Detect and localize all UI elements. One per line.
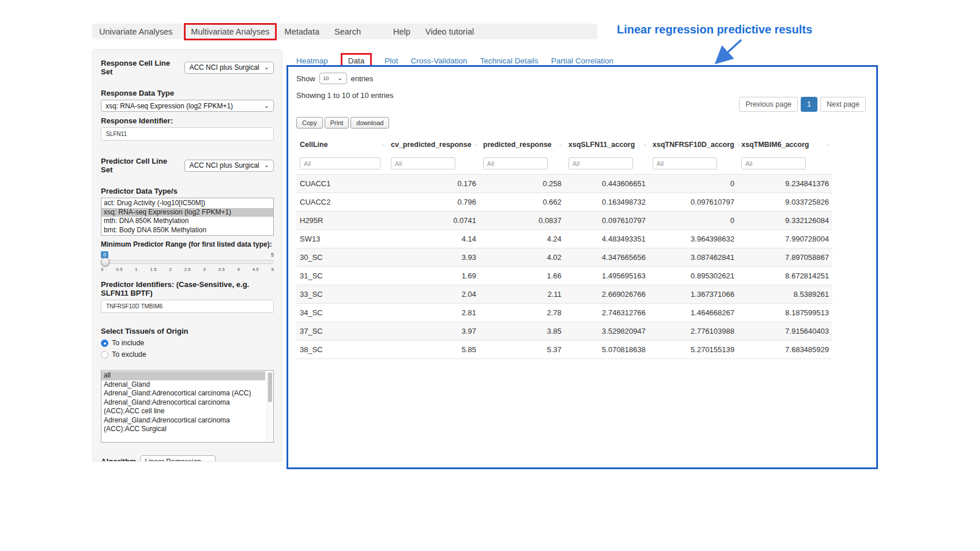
tissue-option-acc[interactable]: Adrenal_Gland:Adrenocortical carcinoma (… [101, 389, 265, 398]
slider-handle[interactable] [101, 258, 110, 266]
previous-page-button[interactable]: Previous page [739, 97, 798, 112]
algorithm-row: Algorithm Linear Regression ⌄ [101, 455, 274, 462]
radio-unselected-icon[interactable] [101, 351, 108, 358]
page-number-button[interactable]: 1 [801, 97, 817, 112]
nav-video-tutorial[interactable]: Video tutorial [425, 27, 474, 36]
tab-data[interactable]: Data [348, 56, 365, 65]
cell-value: 5.85 [387, 341, 480, 359]
cell-value: 3.087462841 [649, 248, 738, 267]
list-option-drug-activity[interactable]: act: Drug Activity (-log10[IC50M]) [101, 199, 273, 208]
column-header-xsqslfn11[interactable]: xsqSLFN11_accorg↑↓ [565, 137, 649, 153]
tissue-option-acc-surgical[interactable]: Adrenal_Gland:Adrenocortical carcinoma (… [101, 416, 265, 434]
table-row: 38_SC5.855.375.0708186385.2701551397.683… [296, 341, 832, 359]
radio-row-exclude[interactable]: To exclude [101, 350, 274, 358]
list-option-body-dna-methylation[interactable]: bmt: Body DNA 850K Methylation [101, 226, 273, 235]
slider-track[interactable] [101, 260, 274, 264]
pagination: Previous page 1 Next page [739, 97, 866, 112]
tissue-option-all[interactable]: all [101, 371, 265, 380]
chevron-down-icon: ⌄ [264, 103, 269, 108]
filter-input-predicted-response[interactable] [483, 157, 548, 169]
column-header-predicted-response[interactable]: predicted_response↑↓ [480, 137, 565, 153]
cell-line-name: 37_SC [296, 322, 387, 341]
sidebar-controls: Response Cell Line Set ACC NCI plus Surg… [92, 49, 282, 462]
table-row: 33_SC2.042.112.6690267661.3673710668.538… [296, 285, 832, 304]
list-option-rnaseq-expression[interactable]: xsq: RNA-seq Expression (log2 FPKM+1) [101, 208, 273, 217]
slider-tick-label: 1 [135, 267, 137, 272]
entries-count-select[interactable]: 10 ⌄ [319, 73, 347, 84]
cell-value: 0.0837 [480, 212, 565, 230]
cell-value: 0.097610797 [649, 193, 738, 212]
slider-tick-label: 4 [237, 267, 239, 272]
column-label: predicted_response [483, 141, 552, 149]
cell-value: 5.070818638 [565, 341, 649, 359]
tissue-listbox: all Adrenal_Gland Adrenal_Gland:Adrenoco… [101, 370, 274, 443]
cell-value: 7.897058867 [738, 248, 832, 267]
cell-value: 4.483493351 [565, 230, 649, 248]
column-header-xsqtnfrsf10d[interactable]: xsqTNFRSF10D_accorg↑↓ [649, 137, 738, 153]
copy-button[interactable]: Copy [296, 117, 323, 129]
nav-metadata[interactable]: Metadata [285, 27, 319, 36]
response-data-type-select[interactable]: xsq: RNA-seq Expression (log2 FPKM+1) ⌄ [101, 100, 274, 112]
nav-multivariate-analyses[interactable]: Multivariate Analyses [191, 27, 269, 36]
cell-value: 7.915640403 [738, 322, 832, 341]
download-button[interactable]: download [350, 117, 389, 129]
cell-value: 0.176 [387, 175, 480, 193]
scrollbar-thumb[interactable] [268, 372, 272, 402]
tab-technical-details[interactable]: Technical Details [480, 56, 538, 65]
cell-value: 1.69 [387, 267, 480, 285]
cell-value: 2.776103988 [649, 322, 738, 341]
print-button[interactable]: Print [325, 117, 349, 129]
column-label: xsqTNFRSF10D_accorg [653, 141, 734, 149]
sort-icon: ↑↓ [559, 142, 561, 148]
radio-row-include[interactable]: To include [101, 339, 274, 347]
tab-plot[interactable]: Plot [385, 56, 398, 65]
cell-line-name: CUACC2 [296, 193, 387, 212]
cell-value: 2.746312766 [565, 304, 649, 322]
tab-heatmap[interactable]: Heatmap [296, 56, 328, 65]
filter-input-cv-predicted-response[interactable] [391, 157, 455, 169]
response-cell-line-set-row: Response Cell Line Set ACC NCI plus Surg… [101, 59, 274, 76]
response-identifier-input[interactable] [101, 127, 274, 141]
list-option-dna-methylation[interactable]: mth: DNA 850K Methylation [101, 217, 273, 226]
filter-input-xsqslfn11[interactable] [568, 157, 633, 169]
cell-value: 0.163498732 [565, 193, 649, 212]
cell-value: 2.81 [387, 304, 480, 322]
tissue-option-acc-cell-line[interactable]: Adrenal_Gland:Adrenocortical carcinoma (… [101, 398, 265, 416]
predictor-identifiers-input[interactable] [101, 300, 274, 313]
cell-value: 8.5389261 [738, 285, 832, 304]
filter-input-cellline[interactable] [300, 157, 380, 169]
response-cell-line-set-select[interactable]: ACC NCI plus Surgical ⌄ [184, 62, 274, 74]
filter-input-xsqtnfrsf10d[interactable] [653, 157, 717, 169]
show-entries-control: Show 10 ⌄ entries [296, 73, 868, 84]
column-header-cv-predicted-response[interactable]: cv_predicted_response↑↓ [387, 137, 480, 153]
radio-include-label: To include [112, 339, 144, 347]
nav-search[interactable]: Search [334, 27, 361, 36]
response-data-type-label: Response Data Type [101, 89, 274, 97]
predictor-cell-line-set-select[interactable]: ACC NCI plus Surgical ⌄ [184, 160, 274, 172]
tab-partial-correlation[interactable]: Partial Correlation [551, 56, 613, 65]
cell-line-name: 34_SC [296, 304, 387, 322]
cell-value: 0.895302621 [649, 267, 738, 285]
top-navbar: Univariate Analyses Multivariate Analyse… [92, 24, 597, 39]
tab-cross-validation[interactable]: Cross-Validation [411, 56, 468, 65]
table-header-row: CellLine↑↓ cv_predicted_response↑↓ predi… [296, 137, 832, 153]
filter-input-xsqtmbim6[interactable] [741, 157, 806, 169]
cell-line-name: 30_SC [296, 248, 387, 267]
algorithm-label: Algorithm [101, 457, 136, 462]
entries-label: entries [351, 74, 374, 83]
column-header-cellline[interactable]: CellLine↑↓ [296, 137, 387, 153]
tissue-option-adrenal-gland[interactable]: Adrenal_Gland [101, 380, 265, 390]
radio-selected-icon[interactable] [101, 339, 108, 347]
next-page-button[interactable]: Next page [820, 97, 866, 112]
cell-value: 0.662 [480, 193, 565, 212]
slider-tick-label: 0 [101, 267, 103, 272]
algorithm-select[interactable]: Linear Regression ⌄ [140, 455, 216, 462]
column-label: xsqSLFN11_accorg [568, 141, 635, 149]
cell-value: 3.964398632 [649, 230, 738, 248]
column-label: xsqTMBIM6_accorg [741, 141, 809, 149]
table-row: 34_SC2.812.782.7463127661.4646682678.187… [296, 304, 832, 322]
chevron-down-icon: ⌄ [264, 64, 269, 70]
nav-univariate-analyses[interactable]: Univariate Analyses [99, 27, 172, 36]
column-header-xsqtmbim6[interactable]: xsqTMBIM6_accorg↑↓ [738, 137, 832, 153]
nav-help[interactable]: Help [393, 27, 410, 36]
